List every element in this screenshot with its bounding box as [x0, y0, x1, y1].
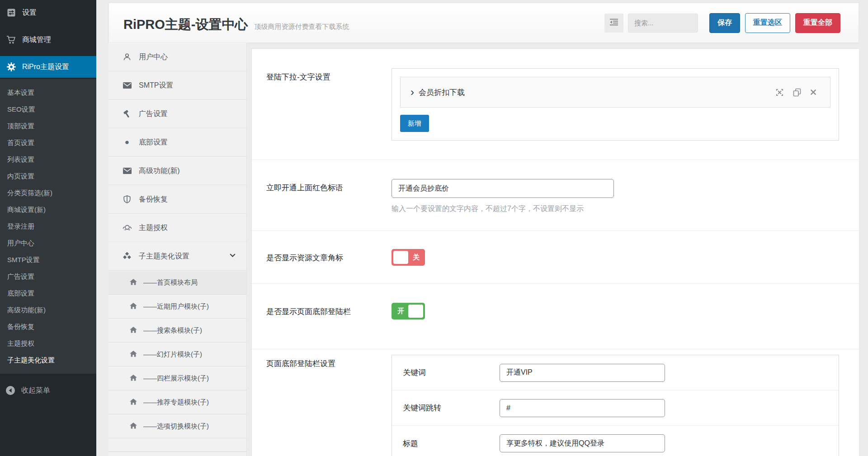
nav-child-recommended-topics[interactable]: ——推荐专题模块(子) — [108, 390, 246, 414]
footer-login-settings-panel: 关键词 关键词跳转 标题 — [392, 355, 839, 456]
wp-submenu-item-login-register[interactable]: 登录注册 — [0, 218, 96, 235]
footer-login-toggle[interactable]: 开 — [392, 303, 425, 320]
collapse-menu-label: 收起菜单 — [21, 386, 50, 395]
wp-submenu-item-shop-settings[interactable]: 商城设置(新) — [0, 201, 96, 218]
search-input[interactable] — [628, 14, 698, 33]
nav-child-recent-users[interactable]: ——近期用户模块(子) — [108, 295, 246, 319]
page-subtitle: 顶级商用资源付费查看下载系统 — [255, 23, 349, 31]
nav-child-label: ——幻灯片模块(子) — [143, 350, 202, 359]
wp-submenu: 基本设置 SEO设置 顶部设置 首页设置 列表设置 内页设置 分类页筛选(新) … — [0, 79, 96, 374]
wp-menu-label: 设置 — [22, 8, 37, 18]
wp-submenu-item-backup[interactable]: 备份恢复 — [0, 318, 96, 335]
field-label: 是否显示资源文章角标 — [266, 249, 392, 266]
envelope-icon — [122, 168, 132, 174]
nav-child-four-columns[interactable]: ——四栏展示模块(子) — [108, 367, 246, 390]
collapse-menu-button[interactable]: 收起菜单 — [0, 381, 96, 400]
keyword-link-input[interactable] — [500, 399, 665, 417]
wp-submenu-item-inner[interactable]: 内页设置 — [0, 168, 96, 184]
nav-child-home-layout[interactable]: ——首页模块布局 — [108, 271, 246, 295]
home-icon — [130, 423, 137, 430]
nav-item-label: 高级功能(新) — [139, 166, 180, 176]
row-corner-badge-toggle: 是否显示资源文章角标 关 — [252, 231, 859, 284]
repeater-item-actions — [775, 88, 816, 97]
shield-icon — [122, 195, 132, 203]
wp-menu-item-ripro-settings[interactable]: RiPro主题设置 — [0, 56, 96, 78]
expand-icon[interactable] — [775, 88, 784, 97]
close-icon[interactable] — [810, 89, 816, 95]
wp-submenu-item-basic[interactable]: 基本设置 — [0, 84, 96, 101]
home-icon — [130, 327, 137, 334]
nav-item-user-center[interactable]: 用户中心 — [108, 43, 246, 71]
nav-item-footer[interactable]: ● 底部设置 — [108, 128, 246, 157]
page-header: RiPRO主题-设置中心 顶级商用资源付费查看下载系统 保存 重置选区 重置全部 — [108, 3, 859, 43]
nav-child-search-bar[interactable]: ——搜索条模块(子) — [108, 319, 246, 343]
nav-item-child-theme[interactable]: 子主题美化设置 — [108, 242, 246, 271]
nav-item-backup[interactable]: 备份恢复 — [108, 185, 246, 214]
wp-submenu-item-category-filter[interactable]: 分类页筛选(新) — [0, 184, 96, 201]
chevron-down-icon[interactable] — [229, 252, 236, 261]
nav-item-label: 底部设置 — [139, 138, 168, 147]
subfield-keyword: 关键词 — [392, 355, 839, 390]
title-wrap: RiPRO主题-设置中心 顶级商用资源付费查看下载系统 — [123, 16, 349, 34]
gear-icon — [6, 62, 16, 71]
nav-item-label: 广告设置 — [139, 109, 168, 119]
subfield-label: 关键词跳转 — [403, 403, 500, 413]
toggle-knob — [393, 251, 408, 264]
home-icon — [130, 399, 137, 406]
corner-badge-toggle[interactable]: 关 — [392, 249, 425, 266]
nav-child-slider[interactable]: ——幻灯片模块(子) — [108, 343, 246, 367]
settings-nav: 用户中心 SMTP设置 广告设置 ● 底部设置 高级功能(新) — [108, 43, 247, 456]
wp-submenu-item-advanced[interactable]: 高级功能(新) — [0, 301, 96, 318]
nav-child-label: ——推荐专题模块(子) — [143, 398, 209, 407]
row-footer-login-toggle: 是否显示页面底部登陆栏 开 — [252, 284, 859, 349]
repeater-item[interactable]: › 会员折扣下载 — [400, 77, 830, 108]
wp-submenu-item-license[interactable]: 主题授权 — [0, 335, 96, 352]
wp-submenu-item-user-center[interactable]: 用户中心 — [0, 235, 96, 251]
nav-item-label: 用户中心 — [139, 52, 168, 62]
home-icon — [130, 375, 137, 382]
toggle-state-label: 开 — [397, 307, 404, 315]
nav-item-license[interactable]: 主题授权 — [108, 214, 246, 242]
repeater-item-title: 会员折扣下载 — [419, 87, 465, 98]
nav-item-label: 主题授权 — [139, 223, 168, 233]
nav-child-option-switch[interactable]: ——选项切换模块(子) — [108, 414, 246, 438]
nav-item-label: SMTP设置 — [139, 81, 173, 90]
subfield-keyword-link: 关键词跳转 — [392, 390, 839, 426]
user-icon — [122, 53, 132, 61]
settings-content: 登陆下拉-文字设置 › 会员折扣下载 — [251, 48, 859, 456]
toggle-nav-button[interactable] — [604, 14, 623, 33]
nav-item-ads[interactable]: 广告设置 — [108, 100, 246, 128]
wp-menu-item-shop[interactable]: 商城管理 — [0, 29, 96, 51]
nav-item-advanced[interactable]: 高级功能(新) — [108, 157, 246, 185]
wp-submenu-item-ads[interactable]: 广告设置 — [0, 268, 96, 285]
wp-submenu-item-child-theme[interactable]: 子主题美化设置 — [0, 352, 96, 368]
wp-submenu-item-seo[interactable]: SEO设置 — [0, 101, 96, 118]
reset-selection-button[interactable]: 重置选区 — [745, 13, 790, 33]
home-icon — [130, 351, 137, 358]
field-label: 页面底部登陆栏设置 — [266, 355, 392, 456]
wp-submenu-item-home[interactable]: 首页设置 — [0, 134, 96, 151]
title-input[interactable] — [500, 434, 665, 452]
copy-icon[interactable] — [793, 88, 801, 97]
app-window: 设置 商城管理 RiPro主题设置 基本设置 SEO设置 顶部设置 首页设置 列… — [0, 0, 868, 456]
wp-submenu-item-top[interactable]: 顶部设置 — [0, 118, 96, 134]
nav-item-label: 子主题美化设置 — [139, 252, 189, 261]
circle-icon: ● — [122, 138, 132, 147]
wp-submenu-item-footer[interactable]: 底部设置 — [0, 285, 96, 301]
wp-submenu-item-smtp[interactable]: SMTP设置 — [0, 251, 96, 268]
nav-child-label: ——选项切换模块(子) — [143, 422, 209, 431]
envelope-icon — [122, 82, 132, 89]
keyword-input[interactable] — [500, 364, 665, 382]
toggle-state-label: 关 — [413, 253, 420, 262]
nav-item-smtp[interactable]: SMTP设置 — [108, 71, 246, 100]
wp-menu-item-settings[interactable]: 设置 — [0, 2, 96, 24]
wp-menu-label: RiPro主题设置 — [22, 62, 69, 72]
reset-all-button[interactable]: 重置全部 — [795, 13, 840, 33]
wp-submenu-item-list[interactable]: 列表设置 — [0, 151, 96, 168]
field-label: 立即开通上面红色标语 — [266, 179, 392, 214]
add-button[interactable]: 新增 — [400, 115, 429, 132]
nav-child-label: ——首页模块布局 — [143, 278, 198, 287]
red-slogan-input[interactable] — [392, 179, 614, 198]
nav-child-label: ——近期用户模块(子) — [143, 302, 209, 311]
save-button[interactable]: 保存 — [709, 13, 740, 33]
